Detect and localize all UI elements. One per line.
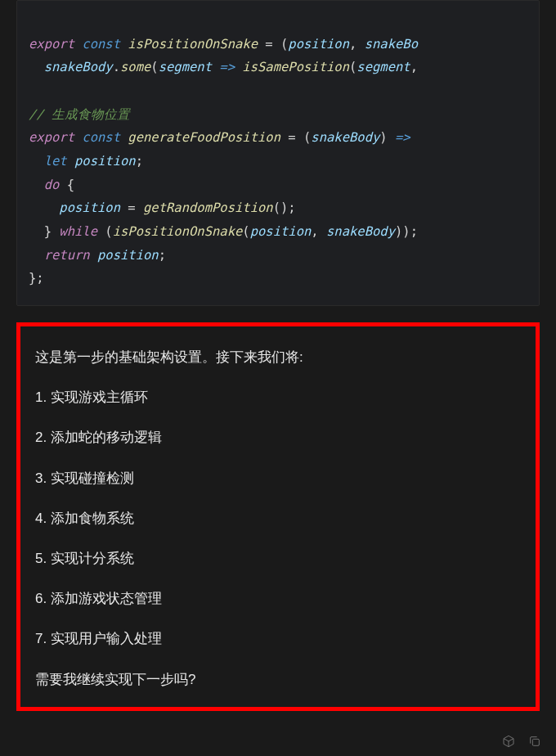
code-punct: = ( [258,37,288,52]
code-keyword: do [44,178,60,192]
code-var: position [59,200,120,215]
code-param: segment [356,60,410,74]
code-punct: ; [136,154,143,169]
code-call: isSamePosition [242,60,349,74]
list-item: 7. 实现用户输入处理 [35,628,521,650]
code-param: snakeBody [326,224,395,239]
message-steps-list: 1. 实现游戏主循环 2. 添加蛇的移动逻辑 3. 实现碰撞检测 4. 添加食物… [35,386,521,650]
code-param: snakeBody [311,130,379,145]
code-param: segment [159,60,212,74]
code-punct: ( [97,224,113,239]
code-arrow: => [212,60,242,74]
assistant-message: 这是第一步的基础架构设置。接下来我们将: 1. 实现游戏主循环 2. 添加蛇的移… [16,322,540,711]
code-param: position [250,224,312,239]
code-arrow: => [395,130,410,145]
code-call: isPositionOnSnake [113,224,243,239]
code-punct: { [59,178,74,192]
list-item: 2. 添加蛇的移动逻辑 [35,426,521,448]
code-keyword: export [29,37,74,52]
bottom-toolbar [502,735,541,748]
code-punct: , [410,60,418,74]
code-function-name: isPositionOnSnake [128,37,258,52]
code-punct: }; [29,271,44,286]
copy-icon[interactable] [528,735,541,748]
code-punct: (); [273,200,296,215]
message-intro: 这是第一步的基础架构设置。接下来我们将: [35,346,521,368]
code-punct: ) [379,130,395,145]
code-keyword: return [44,248,90,263]
code-var: position [74,154,136,169]
list-item: 6. 添加游戏状态管理 [35,587,521,610]
code-comment: // 生成食物位置 [29,107,130,122]
code-punct: . [113,60,120,74]
code-keyword: while [59,224,97,239]
code-keyword: let [44,154,67,169]
list-item: 1. 实现游戏主循环 [35,386,521,408]
code-punct: , [349,37,365,52]
code-punct: ; [159,248,166,263]
code-punct: ( [349,60,356,74]
code-punct: ( [242,224,249,239]
svg-rect-0 [532,739,539,745]
code-keyword: export [29,130,74,145]
code-param: position [288,37,349,52]
code-punct: = ( [280,130,311,145]
message-footer: 需要我继续实现下一步吗? [35,668,521,691]
list-item: 4. 添加食物系统 [35,507,521,529]
code-punct: } [44,224,60,239]
code-punct: , [311,224,326,239]
code-param: snakeBo [365,37,418,52]
list-item: 3. 实现碰撞检测 [35,467,521,489]
code-var: position [97,248,159,263]
code-keyword: const [82,37,120,52]
code-block: export const isPositionOnSnake = (positi… [16,0,540,306]
code-var: snakeBody [44,60,113,74]
list-item: 5. 实现计分系统 [35,547,521,569]
code-keyword: const [82,130,120,145]
cube-icon[interactable] [502,735,515,748]
code-function-name: generateFoodPosition [128,130,280,145]
code-call: getRandomPosition [143,200,273,215]
code-punct: )); [395,224,418,239]
code-punct: = [120,200,143,215]
code-call: some [120,60,150,74]
code-punct: ( [150,60,158,74]
